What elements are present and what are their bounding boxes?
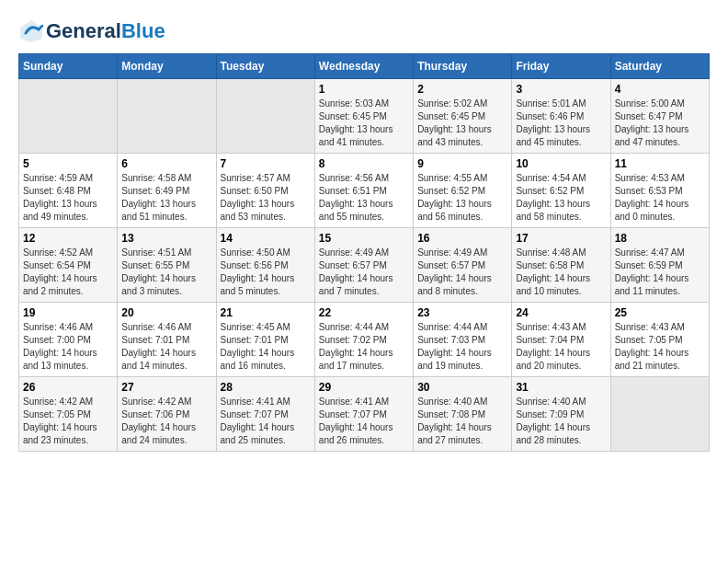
- day-info: Sunrise: 4:51 AM Sunset: 6:55 PM Dayligh…: [121, 247, 211, 298]
- day-info: Sunrise: 5:03 AM Sunset: 6:45 PM Dayligh…: [319, 98, 409, 149]
- calendar-cell: 6Sunrise: 4:58 AM Sunset: 6:49 PM Daylig…: [118, 154, 216, 228]
- day-number: 22: [319, 306, 409, 319]
- calendar-cell: 21Sunrise: 4:45 AM Sunset: 7:01 PM Dayli…: [216, 303, 314, 377]
- calendar-cell: [610, 377, 709, 452]
- header: GeneralBlue: [18, 18, 710, 44]
- calendar-cell: 14Sunrise: 4:50 AM Sunset: 6:56 PM Dayli…: [216, 228, 314, 303]
- calendar-cell: 29Sunrise: 4:41 AM Sunset: 7:07 PM Dayli…: [314, 377, 413, 452]
- day-info: Sunrise: 4:44 AM Sunset: 7:03 PM Dayligh…: [417, 321, 507, 373]
- calendar-cell: 8Sunrise: 4:56 AM Sunset: 6:51 PM Daylig…: [314, 154, 413, 228]
- calendar-cell: [19, 79, 118, 154]
- column-header-tuesday: Tuesday: [216, 54, 314, 79]
- calendar-cell: 3Sunrise: 5:01 AM Sunset: 6:46 PM Daylig…: [512, 79, 610, 154]
- day-number: 17: [516, 232, 606, 245]
- day-info: Sunrise: 4:42 AM Sunset: 7:05 PM Dayligh…: [23, 396, 113, 447]
- day-info: Sunrise: 4:41 AM Sunset: 7:07 PM Dayligh…: [221, 396, 311, 447]
- day-info: Sunrise: 4:57 AM Sunset: 6:50 PM Dayligh…: [221, 172, 311, 224]
- column-header-sunday: Sunday: [19, 54, 118, 79]
- column-header-saturday: Saturday: [610, 54, 709, 79]
- day-number: 15: [319, 232, 409, 245]
- calendar-cell: 2Sunrise: 5:02 AM Sunset: 6:45 PM Daylig…: [414, 79, 512, 154]
- day-number: 6: [121, 157, 211, 170]
- day-number: 13: [121, 232, 211, 245]
- logo-text: GeneralBlue: [46, 20, 165, 42]
- calendar-cell: 4Sunrise: 5:00 AM Sunset: 6:47 PM Daylig…: [610, 79, 709, 154]
- day-number: 21: [221, 306, 311, 319]
- day-number: 16: [417, 232, 507, 245]
- day-number: 26: [23, 381, 113, 394]
- day-number: 23: [417, 306, 507, 319]
- day-number: 2: [417, 83, 507, 96]
- calendar-cell: 27Sunrise: 4:42 AM Sunset: 7:06 PM Dayli…: [118, 377, 216, 452]
- column-header-thursday: Thursday: [414, 54, 512, 79]
- day-info: Sunrise: 4:55 AM Sunset: 6:52 PM Dayligh…: [417, 172, 507, 224]
- day-number: 28: [221, 381, 311, 394]
- day-number: 7: [221, 157, 311, 170]
- calendar-cell: 9Sunrise: 4:55 AM Sunset: 6:52 PM Daylig…: [414, 154, 512, 228]
- calendar-cell: 12Sunrise: 4:52 AM Sunset: 6:54 PM Dayli…: [19, 228, 118, 303]
- day-info: Sunrise: 4:54 AM Sunset: 6:52 PM Dayligh…: [516, 172, 606, 224]
- day-number: 11: [615, 157, 705, 170]
- calendar-cell: 25Sunrise: 4:43 AM Sunset: 7:05 PM Dayli…: [610, 303, 709, 377]
- day-info: Sunrise: 4:49 AM Sunset: 6:57 PM Dayligh…: [417, 247, 507, 298]
- calendar-cell: 17Sunrise: 4:48 AM Sunset: 6:58 PM Dayli…: [512, 228, 610, 303]
- day-info: Sunrise: 4:56 AM Sunset: 6:51 PM Dayligh…: [319, 172, 409, 224]
- day-info: Sunrise: 4:42 AM Sunset: 7:06 PM Dayligh…: [121, 396, 211, 447]
- day-number: 8: [319, 157, 409, 170]
- svg-marker-0: [20, 20, 42, 42]
- week-row-1: 1Sunrise: 5:03 AM Sunset: 6:45 PM Daylig…: [19, 79, 710, 154]
- calendar-cell: 16Sunrise: 4:49 AM Sunset: 6:57 PM Dayli…: [414, 228, 512, 303]
- calendar-cell: [216, 79, 314, 154]
- calendar-table: SundayMondayTuesdayWednesdayThursdayFrid…: [18, 53, 710, 452]
- day-info: Sunrise: 4:46 AM Sunset: 7:01 PM Dayligh…: [121, 321, 211, 373]
- day-number: 20: [121, 306, 211, 319]
- day-number: 19: [23, 306, 113, 319]
- column-header-wednesday: Wednesday: [314, 54, 413, 79]
- column-header-monday: Monday: [118, 54, 216, 79]
- day-info: Sunrise: 4:52 AM Sunset: 6:54 PM Dayligh…: [23, 247, 113, 298]
- day-info: Sunrise: 5:00 AM Sunset: 6:47 PM Dayligh…: [615, 98, 705, 149]
- calendar-cell: 23Sunrise: 4:44 AM Sunset: 7:03 PM Dayli…: [414, 303, 512, 377]
- calendar-cell: 11Sunrise: 4:53 AM Sunset: 6:53 PM Dayli…: [610, 154, 709, 228]
- day-number: 4: [615, 83, 705, 96]
- calendar-cell: 24Sunrise: 4:43 AM Sunset: 7:04 PM Dayli…: [512, 303, 610, 377]
- day-info: Sunrise: 4:46 AM Sunset: 7:00 PM Dayligh…: [23, 321, 113, 373]
- day-info: Sunrise: 4:40 AM Sunset: 7:08 PM Dayligh…: [417, 396, 507, 447]
- calendar-cell: 15Sunrise: 4:49 AM Sunset: 6:57 PM Dayli…: [314, 228, 413, 303]
- day-info: Sunrise: 4:40 AM Sunset: 7:09 PM Dayligh…: [516, 396, 606, 447]
- calendar-cell: 20Sunrise: 4:46 AM Sunset: 7:01 PM Dayli…: [118, 303, 216, 377]
- day-number: 9: [417, 157, 507, 170]
- calendar-cell: 18Sunrise: 4:47 AM Sunset: 6:59 PM Dayli…: [610, 228, 709, 303]
- calendar-header-row: SundayMondayTuesdayWednesdayThursdayFrid…: [19, 54, 710, 79]
- day-info: Sunrise: 4:44 AM Sunset: 7:02 PM Dayligh…: [319, 321, 409, 373]
- day-info: Sunrise: 4:43 AM Sunset: 7:04 PM Dayligh…: [516, 321, 606, 373]
- calendar-cell: 30Sunrise: 4:40 AM Sunset: 7:08 PM Dayli…: [414, 377, 512, 452]
- calendar-cell: 26Sunrise: 4:42 AM Sunset: 7:05 PM Dayli…: [19, 377, 118, 452]
- day-info: Sunrise: 4:49 AM Sunset: 6:57 PM Dayligh…: [319, 247, 409, 298]
- calendar-cell: 22Sunrise: 4:44 AM Sunset: 7:02 PM Dayli…: [314, 303, 413, 377]
- week-row-2: 5Sunrise: 4:59 AM Sunset: 6:48 PM Daylig…: [19, 154, 710, 228]
- day-number: 27: [121, 381, 211, 394]
- day-number: 10: [516, 157, 606, 170]
- calendar-cell: 5Sunrise: 4:59 AM Sunset: 6:48 PM Daylig…: [19, 154, 118, 228]
- week-row-3: 12Sunrise: 4:52 AM Sunset: 6:54 PM Dayli…: [19, 228, 710, 303]
- day-info: Sunrise: 4:48 AM Sunset: 6:58 PM Dayligh…: [516, 247, 606, 298]
- day-number: 12: [23, 232, 113, 245]
- day-info: Sunrise: 4:41 AM Sunset: 7:07 PM Dayligh…: [319, 396, 409, 447]
- calendar-body: 1Sunrise: 5:03 AM Sunset: 6:45 PM Daylig…: [19, 79, 710, 452]
- day-number: 30: [417, 381, 507, 394]
- day-info: Sunrise: 4:45 AM Sunset: 7:01 PM Dayligh…: [221, 321, 311, 373]
- week-row-5: 26Sunrise: 4:42 AM Sunset: 7:05 PM Dayli…: [19, 377, 710, 452]
- day-number: 14: [221, 232, 311, 245]
- day-info: Sunrise: 4:47 AM Sunset: 6:59 PM Dayligh…: [615, 247, 705, 298]
- day-info: Sunrise: 5:02 AM Sunset: 6:45 PM Dayligh…: [417, 98, 507, 149]
- day-number: 18: [615, 232, 705, 245]
- calendar-cell: 28Sunrise: 4:41 AM Sunset: 7:07 PM Dayli…: [216, 377, 314, 452]
- calendar-cell: 13Sunrise: 4:51 AM Sunset: 6:55 PM Dayli…: [118, 228, 216, 303]
- day-number: 3: [516, 83, 606, 96]
- day-number: 24: [516, 306, 606, 319]
- calendar-cell: 31Sunrise: 4:40 AM Sunset: 7:09 PM Dayli…: [512, 377, 610, 452]
- logo-icon: [18, 18, 44, 44]
- day-info: Sunrise: 4:43 AM Sunset: 7:05 PM Dayligh…: [615, 321, 705, 373]
- calendar-cell: [118, 79, 216, 154]
